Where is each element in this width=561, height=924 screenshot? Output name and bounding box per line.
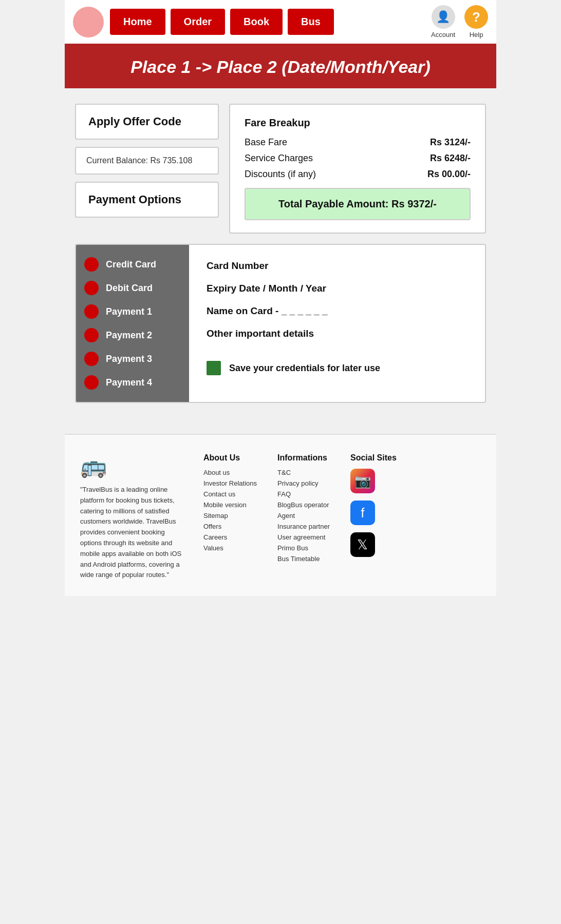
nav-home-button[interactable]: Home [110,9,165,35]
footer-link-timetable[interactable]: Bus Timetable [277,555,330,563]
footer-about-title: About Us [203,453,257,463]
footer-social-title: Social Sites [350,453,397,463]
fare-discount-amount: Rs 00.00/- [427,169,471,180]
instagram-icon[interactable]: 📷 [350,469,375,493]
footer-link-primobus[interactable]: Primo Bus [277,544,330,552]
fare-base-amount: Rs 3124/- [430,137,471,148]
left-column: Apply Offer Code Current Balance: Rs 735… [75,104,219,218]
payment-options-box: Payment Options [75,182,219,218]
footer-link-privacy[interactable]: Privacy policy [277,479,330,487]
footer-links: About Us About us Investor Relations Con… [203,453,481,581]
expiry-date-label: Expiry Date / Month / Year [207,283,470,294]
main-content: Apply Offer Code Current Balance: Rs 735… [65,88,496,418]
header-icons: 👤 Account ? Help [431,5,488,38]
radio-credit-card [84,257,99,272]
payment-method-3[interactable]: Payment 3 [84,352,181,366]
footer-logo-section: 🚌 "TravelBus is a leading online platfor… [80,453,188,581]
fare-service-amount: Rs 6248/- [430,153,471,164]
save-credentials-row: Save your credentials for later use [207,361,470,375]
footer-link-careers[interactable]: Careers [203,533,257,541]
radio-payment3 [84,352,99,366]
nav-order-button[interactable]: Order [171,9,225,35]
current-balance-label: Current Balance: Rs 735.108 [86,156,192,165]
other-details-label: Other important details [207,328,470,339]
fare-row-base: Base Fare Rs 3124/- [245,137,471,148]
footer-link-contact[interactable]: Contact us [203,490,257,498]
footer-link-tc[interactable]: T&C [277,469,330,476]
fare-row-service: Service Charges Rs 6248/- [245,153,471,164]
logo [73,7,104,37]
footer-about-us: About Us About us Investor Relations Con… [203,453,257,581]
footer-link-values[interactable]: Values [203,544,257,552]
radio-payment1 [84,304,99,319]
apply-offer-code-box[interactable]: Apply Offer Code [75,104,219,140]
payment-method-1[interactable]: Payment 1 [84,304,181,319]
help-icon: ? [464,5,488,29]
nav-bar: Home Order Book Bus [110,9,425,35]
save-label: Save your credentials for later use [229,363,380,374]
total-payable-label: Total Payable Amount: Rs 9372/- [278,198,437,209]
payment-method-credit-card[interactable]: Credit Card [84,257,181,272]
payment3-label: Payment 3 [106,354,152,364]
footer-link-about[interactable]: About us [203,469,257,476]
top-section: Apply Offer Code Current Balance: Rs 735… [75,104,486,234]
fare-row-discount: Discounts (if any) Rs 00.00/- [245,169,471,180]
footer-top: 🚌 "TravelBus is a leading online platfor… [80,453,481,581]
radio-payment2 [84,328,99,342]
apply-offer-label: Apply Offer Code [88,115,181,128]
card-number-label: Card Number [207,260,470,272]
footer-link-offers[interactable]: Offers [203,523,257,530]
help-label: Help [470,31,483,38]
footer-link-mobile[interactable]: Mobile version [203,501,257,509]
card-details-panel: Card Number Expiry Date / Month / Year N… [189,245,485,402]
payment-options-label: Payment Options [88,193,181,206]
fare-discount-label: Discounts (if any) [245,169,316,180]
footer-link-insurance[interactable]: Insurance partner [277,523,330,530]
payment2-label: Payment 2 [106,330,152,341]
payment-section: Credit Card Debit Card Payment 1 Payment… [75,244,486,403]
footer-link-blogbus[interactable]: BlogBus operator [277,501,330,509]
nav-bus-button[interactable]: Bus [288,9,334,35]
radio-payment4 [84,375,99,390]
current-balance-box: Current Balance: Rs 735.108 [75,147,219,175]
payment1-label: Payment 1 [106,306,152,317]
footer-bus-icon: 🚌 [80,453,188,478]
footer-link-agent[interactable]: Agent [277,512,330,519]
account-icon: 👤 [432,5,455,29]
footer-description: "TravelBus is a leading online platform … [80,485,188,581]
header: Home Order Book Bus 👤 Account ? Help [65,0,496,46]
payment-method-debit-card[interactable]: Debit Card [84,281,181,295]
footer-link-useragreement[interactable]: User agreement [277,533,330,541]
twitter-icon[interactable]: 𝕏 [350,532,375,557]
name-on-card-label: Name on Card - _ _ _ _ _ _ [207,305,470,317]
footer-link-faq[interactable]: FAQ [277,490,330,498]
debit-card-label: Debit Card [106,283,153,294]
save-checkbox[interactable] [207,361,221,375]
footer-link-investor[interactable]: Investor Relations [203,479,257,487]
account-label: Account [431,31,455,38]
facebook-icon[interactable]: f [350,500,375,525]
radio-debit-card [84,281,99,295]
footer: 🚌 "TravelBus is a leading online platfor… [65,434,496,596]
footer-info-title: Informations [277,453,330,463]
footer-social-sites: Social Sites 📷 f 𝕏 [350,453,397,581]
footer-link-sitemap[interactable]: Sitemap [203,512,257,519]
social-icons-group: 📷 f 𝕏 [350,469,397,557]
fare-service-label: Service Charges [245,153,313,164]
payment-method-2[interactable]: Payment 2 [84,328,181,342]
payment-method-4[interactable]: Payment 4 [84,375,181,390]
payment-methods-list: Credit Card Debit Card Payment 1 Payment… [76,245,189,402]
fare-title: Fare Breakup [245,117,471,129]
footer-informations: Informations T&C Privacy policy FAQ Blog… [277,453,330,581]
account-icon-group[interactable]: 👤 Account [431,5,455,38]
total-payable-box: Total Payable Amount: Rs 9372/- [245,188,471,220]
route-title: Place 1 -> Place 2 (Date/Month/Year) [85,57,476,77]
credit-card-label: Credit Card [106,259,156,270]
payment4-label: Payment 4 [106,377,152,388]
fare-breakup-box: Fare Breakup Base Fare Rs 3124/- Service… [229,104,486,234]
fare-base-label: Base Fare [245,137,287,148]
route-banner: Place 1 -> Place 2 (Date/Month/Year) [65,46,496,88]
help-icon-group[interactable]: ? Help [464,5,488,38]
nav-book-button[interactable]: Book [230,9,283,35]
